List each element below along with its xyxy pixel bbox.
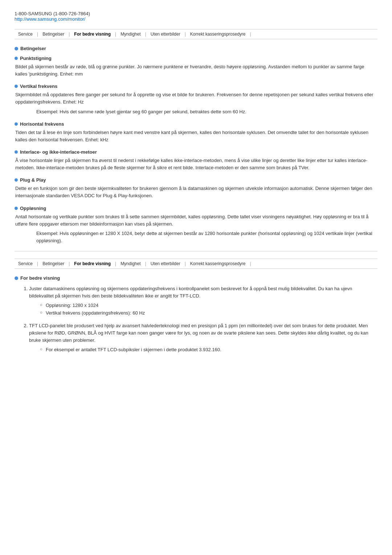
nav2-myndighet[interactable]: Myndighet xyxy=(117,261,144,266)
section2-list: Juster datamaskinens oppløsning og skjer… xyxy=(29,285,377,354)
section2-title: For bedre visning xyxy=(20,275,60,281)
sub-list-2: For eksempel er antallet TFT LCD-subpiks… xyxy=(40,346,377,354)
sub-title-punktstigning: Punktstigning xyxy=(20,56,52,61)
nav-bar-bottom: Service | Betingelser | For bedre visnin… xyxy=(15,259,377,269)
list-item-2-text: TFT LCD-panelet ble produsert ved hjelp … xyxy=(29,323,368,343)
sub-bullet-punktstigning xyxy=(15,57,18,60)
body-plug: Dette er en funksjon som gir den beste s… xyxy=(15,185,377,199)
body-vertikal: Skjermbildet må oppdateres flere ganger … xyxy=(15,91,377,106)
section2-heading: For bedre visning xyxy=(15,275,377,281)
list-item-1-text: Juster datamaskinens oppløsning og skjer… xyxy=(29,286,352,299)
divider-mid xyxy=(15,251,377,251)
sub-title-horisontal: Horisontal frekvens xyxy=(20,121,64,127)
sub-section-plug: Plug & Play Dette er en funksjon som gir… xyxy=(15,177,377,199)
website-url[interactable]: http://www.samsung.com/monitor/ xyxy=(15,16,85,22)
nav-service[interactable]: Service xyxy=(15,32,36,37)
nav2-service[interactable]: Service xyxy=(15,261,36,266)
nav-for-bedre-visning[interactable]: For bedre visning xyxy=(70,32,114,37)
sub-heading-horisontal: Horisontal frekvens xyxy=(15,121,377,127)
sub-section-interlace: Interlace- og ikke-interlace-metoer Å vi… xyxy=(15,149,377,171)
sub-title-opplosning: Oppløsning xyxy=(20,206,46,211)
sub-section-opplosning: Oppløsning Antall horisontale og vertika… xyxy=(15,206,377,245)
list-item-2: TFT LCD-panelet ble produsert ved hjelp … xyxy=(29,322,377,354)
sub-heading-opplosning: Oppløsning xyxy=(15,206,377,211)
list-item-1: Juster datamaskinens oppløsning og skjer… xyxy=(29,285,377,317)
top-info: 1-800-SAMSUNG (1-800-726-7864) http://ww… xyxy=(15,11,377,22)
body-horisontal: Tiden det tar å lese én linje som forbin… xyxy=(15,129,377,143)
nav-bar-top: Service | Betingelser | For bedre visnin… xyxy=(15,29,377,39)
section2-bullet xyxy=(15,276,18,280)
sub-section-vertikal: Vertikal frekvens Skjermbildet må oppdat… xyxy=(15,84,377,115)
sub-section-punktstigning: Punktstigning Bildet på skjermen består … xyxy=(15,56,377,78)
sub-heading-plug: Plug & Play xyxy=(15,177,377,183)
body-opplosning: Antall horisontale og vertikale punkter … xyxy=(15,213,377,228)
nav-myndighet[interactable]: Myndighet xyxy=(117,32,144,37)
example-opplosning: Eksempel: Hvis oppløsningen er 1280 X 10… xyxy=(36,230,377,244)
sub-heading-interlace: Interlace- og ikke-interlace-metoer xyxy=(15,149,377,155)
phone-number: 1-800-SAMSUNG (1-800-726-7864) xyxy=(15,11,377,16)
sub-list-1-item-2: Vertikal frekvens (oppdateringsfrekvens)… xyxy=(40,309,377,317)
example-vertikal: Eksempel: Hvis det samme røde lyset gjen… xyxy=(36,108,377,116)
sub-list-1-item-1: Oppløsning: 1280 x 1024 xyxy=(40,302,377,309)
nav-uten-etterbilder[interactable]: Uten etterbilder xyxy=(147,32,184,37)
sub-bullet-opplosning xyxy=(15,207,18,210)
sub-heading-punktstigning: Punktstigning xyxy=(15,56,377,61)
section1-heading: Betingelser xyxy=(15,46,377,51)
section1-title: Betingelser xyxy=(20,46,46,51)
sub-list-1: Oppløsning: 1280 x 1024 Vertikal frekven… xyxy=(40,302,377,317)
sub-heading-vertikal: Vertikal frekvens xyxy=(15,84,377,89)
sub-bullet-plug xyxy=(15,178,18,182)
sub-bullet-vertikal xyxy=(15,85,18,88)
nav-betingelser[interactable]: Betingelser xyxy=(39,32,68,37)
sub-bullet-horisontal xyxy=(15,122,18,126)
body-interlace: Å vise horisontale linjer på skjermen fr… xyxy=(15,157,377,171)
nav2-for-bedre-visning[interactable]: For bedre visning xyxy=(70,261,114,266)
sub-list-2-item-1: For eksempel er antallet TFT LCD-subpiks… xyxy=(40,346,377,354)
nav2-korrekt[interactable]: Korrekt kasseringsprosedyre xyxy=(187,261,249,266)
nav2-uten-etterbilder[interactable]: Uten etterbilder xyxy=(147,261,184,266)
sub-title-plug: Plug & Play xyxy=(20,177,46,183)
body-punktstigning: Bildet på skjermen består av røde, blå o… xyxy=(15,63,377,78)
sub-section-horisontal: Horisontal frekvens Tiden det tar å lese… xyxy=(15,121,377,143)
sub-title-interlace: Interlace- og ikke-interlace-metoer xyxy=(20,149,97,155)
nav2-betingelser[interactable]: Betingelser xyxy=(39,261,68,266)
section1-bullet xyxy=(15,47,18,50)
sub-title-vertikal: Vertikal frekvens xyxy=(20,84,57,89)
sub-bullet-interlace xyxy=(15,150,18,154)
nav-korrekt[interactable]: Korrekt kasseringsprosedyre xyxy=(187,32,249,37)
